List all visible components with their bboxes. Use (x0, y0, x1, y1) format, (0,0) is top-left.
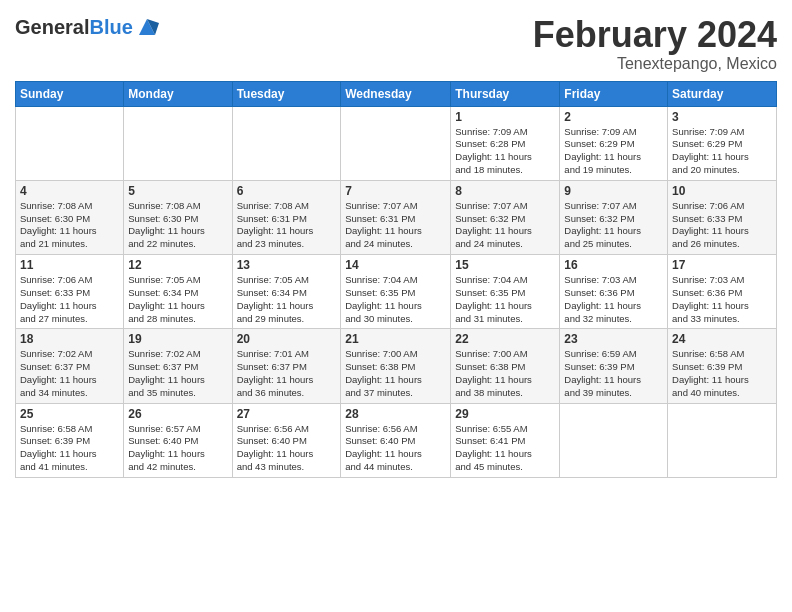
day-info: Sunrise: 7:04 AM Sunset: 6:35 PM Dayligh… (455, 274, 555, 325)
day-info: Sunrise: 7:05 AM Sunset: 6:34 PM Dayligh… (128, 274, 227, 325)
calendar-cell (341, 106, 451, 180)
day-number: 23 (564, 332, 663, 346)
calendar-cell: 1Sunrise: 7:09 AM Sunset: 6:28 PM Daylig… (451, 106, 560, 180)
day-number: 4 (20, 184, 119, 198)
day-number: 16 (564, 258, 663, 272)
day-number: 20 (237, 332, 337, 346)
calendar-cell: 10Sunrise: 7:06 AM Sunset: 6:33 PM Dayli… (668, 180, 777, 254)
logo: GeneralBlue (15, 15, 159, 39)
week-row-3: 11Sunrise: 7:06 AM Sunset: 6:33 PM Dayli… (16, 255, 777, 329)
calendar-cell: 22Sunrise: 7:00 AM Sunset: 6:38 PM Dayli… (451, 329, 560, 403)
calendar-cell: 14Sunrise: 7:04 AM Sunset: 6:35 PM Dayli… (341, 255, 451, 329)
calendar-cell: 21Sunrise: 7:00 AM Sunset: 6:38 PM Dayli… (341, 329, 451, 403)
day-info: Sunrise: 7:09 AM Sunset: 6:29 PM Dayligh… (564, 126, 663, 177)
day-info: Sunrise: 6:56 AM Sunset: 6:40 PM Dayligh… (345, 423, 446, 474)
day-number: 28 (345, 407, 446, 421)
day-info: Sunrise: 6:58 AM Sunset: 6:39 PM Dayligh… (672, 348, 772, 399)
day-number: 13 (237, 258, 337, 272)
weekday-header-row: SundayMondayTuesdayWednesdayThursdayFrid… (16, 81, 777, 106)
calendar-cell: 15Sunrise: 7:04 AM Sunset: 6:35 PM Dayli… (451, 255, 560, 329)
calendar-cell: 3Sunrise: 7:09 AM Sunset: 6:29 PM Daylig… (668, 106, 777, 180)
calendar-cell: 24Sunrise: 6:58 AM Sunset: 6:39 PM Dayli… (668, 329, 777, 403)
calendar-cell: 9Sunrise: 7:07 AM Sunset: 6:32 PM Daylig… (560, 180, 668, 254)
day-number: 2 (564, 110, 663, 124)
day-number: 18 (20, 332, 119, 346)
weekday-header-monday: Monday (124, 81, 232, 106)
day-number: 26 (128, 407, 227, 421)
day-number: 27 (237, 407, 337, 421)
day-info: Sunrise: 7:04 AM Sunset: 6:35 PM Dayligh… (345, 274, 446, 325)
day-number: 15 (455, 258, 555, 272)
location-subtitle: Tenextepango, Mexico (533, 55, 777, 73)
logo-general: GeneralBlue (15, 16, 133, 38)
calendar-cell: 8Sunrise: 7:07 AM Sunset: 6:32 PM Daylig… (451, 180, 560, 254)
calendar-cell: 19Sunrise: 7:02 AM Sunset: 6:37 PM Dayli… (124, 329, 232, 403)
weekday-header-saturday: Saturday (668, 81, 777, 106)
title-section: February 2024 Tenextepango, Mexico (533, 15, 777, 73)
header: GeneralBlue February 2024 Tenextepango, … (15, 15, 777, 73)
day-number: 29 (455, 407, 555, 421)
weekday-header-wednesday: Wednesday (341, 81, 451, 106)
day-info: Sunrise: 7:08 AM Sunset: 6:31 PM Dayligh… (237, 200, 337, 251)
day-number: 17 (672, 258, 772, 272)
calendar-page: GeneralBlue February 2024 Tenextepango, … (0, 0, 792, 612)
day-number: 3 (672, 110, 772, 124)
calendar-cell (668, 403, 777, 477)
day-info: Sunrise: 7:02 AM Sunset: 6:37 PM Dayligh… (128, 348, 227, 399)
logo-icon (135, 15, 159, 39)
day-number: 9 (564, 184, 663, 198)
day-number: 24 (672, 332, 772, 346)
day-info: Sunrise: 7:01 AM Sunset: 6:37 PM Dayligh… (237, 348, 337, 399)
day-info: Sunrise: 6:56 AM Sunset: 6:40 PM Dayligh… (237, 423, 337, 474)
day-number: 10 (672, 184, 772, 198)
calendar-cell: 28Sunrise: 6:56 AM Sunset: 6:40 PM Dayli… (341, 403, 451, 477)
day-number: 8 (455, 184, 555, 198)
week-row-5: 25Sunrise: 6:58 AM Sunset: 6:39 PM Dayli… (16, 403, 777, 477)
calendar-cell: 13Sunrise: 7:05 AM Sunset: 6:34 PM Dayli… (232, 255, 341, 329)
day-number: 7 (345, 184, 446, 198)
month-title: February 2024 (533, 15, 777, 55)
day-info: Sunrise: 7:09 AM Sunset: 6:29 PM Dayligh… (672, 126, 772, 177)
day-info: Sunrise: 7:06 AM Sunset: 6:33 PM Dayligh… (20, 274, 119, 325)
day-info: Sunrise: 6:57 AM Sunset: 6:40 PM Dayligh… (128, 423, 227, 474)
day-number: 5 (128, 184, 227, 198)
weekday-header-thursday: Thursday (451, 81, 560, 106)
calendar-cell: 29Sunrise: 6:55 AM Sunset: 6:41 PM Dayli… (451, 403, 560, 477)
week-row-1: 1Sunrise: 7:09 AM Sunset: 6:28 PM Daylig… (16, 106, 777, 180)
day-info: Sunrise: 7:00 AM Sunset: 6:38 PM Dayligh… (455, 348, 555, 399)
day-number: 12 (128, 258, 227, 272)
day-info: Sunrise: 7:05 AM Sunset: 6:34 PM Dayligh… (237, 274, 337, 325)
calendar-table: SundayMondayTuesdayWednesdayThursdayFrid… (15, 81, 777, 478)
day-number: 1 (455, 110, 555, 124)
calendar-cell: 7Sunrise: 7:07 AM Sunset: 6:31 PM Daylig… (341, 180, 451, 254)
calendar-cell: 12Sunrise: 7:05 AM Sunset: 6:34 PM Dayli… (124, 255, 232, 329)
calendar-cell (16, 106, 124, 180)
day-info: Sunrise: 6:58 AM Sunset: 6:39 PM Dayligh… (20, 423, 119, 474)
day-number: 25 (20, 407, 119, 421)
calendar-cell: 16Sunrise: 7:03 AM Sunset: 6:36 PM Dayli… (560, 255, 668, 329)
calendar-cell (124, 106, 232, 180)
day-info: Sunrise: 7:08 AM Sunset: 6:30 PM Dayligh… (128, 200, 227, 251)
calendar-cell: 17Sunrise: 7:03 AM Sunset: 6:36 PM Dayli… (668, 255, 777, 329)
weekday-header-sunday: Sunday (16, 81, 124, 106)
day-info: Sunrise: 7:00 AM Sunset: 6:38 PM Dayligh… (345, 348, 446, 399)
day-number: 14 (345, 258, 446, 272)
day-number: 22 (455, 332, 555, 346)
calendar-cell (560, 403, 668, 477)
weekday-header-tuesday: Tuesday (232, 81, 341, 106)
calendar-cell: 6Sunrise: 7:08 AM Sunset: 6:31 PM Daylig… (232, 180, 341, 254)
day-info: Sunrise: 7:09 AM Sunset: 6:28 PM Dayligh… (455, 126, 555, 177)
calendar-cell: 2Sunrise: 7:09 AM Sunset: 6:29 PM Daylig… (560, 106, 668, 180)
day-info: Sunrise: 7:03 AM Sunset: 6:36 PM Dayligh… (564, 274, 663, 325)
calendar-cell: 4Sunrise: 7:08 AM Sunset: 6:30 PM Daylig… (16, 180, 124, 254)
day-info: Sunrise: 7:07 AM Sunset: 6:32 PM Dayligh… (455, 200, 555, 251)
day-number: 11 (20, 258, 119, 272)
calendar-cell: 11Sunrise: 7:06 AM Sunset: 6:33 PM Dayli… (16, 255, 124, 329)
calendar-cell: 5Sunrise: 7:08 AM Sunset: 6:30 PM Daylig… (124, 180, 232, 254)
day-info: Sunrise: 7:07 AM Sunset: 6:32 PM Dayligh… (564, 200, 663, 251)
calendar-cell: 20Sunrise: 7:01 AM Sunset: 6:37 PM Dayli… (232, 329, 341, 403)
calendar-cell: 18Sunrise: 7:02 AM Sunset: 6:37 PM Dayli… (16, 329, 124, 403)
day-info: Sunrise: 6:59 AM Sunset: 6:39 PM Dayligh… (564, 348, 663, 399)
calendar-cell: 23Sunrise: 6:59 AM Sunset: 6:39 PM Dayli… (560, 329, 668, 403)
day-number: 21 (345, 332, 446, 346)
